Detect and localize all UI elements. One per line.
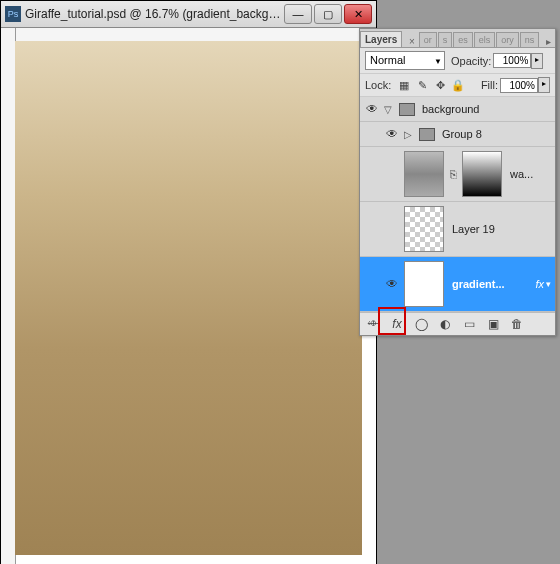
adjustment-layer-icon[interactable]: ◐: [436, 316, 454, 332]
layer-name: Group 8: [442, 128, 482, 140]
folder-icon: [399, 103, 415, 116]
minimize-button[interactable]: —: [284, 4, 312, 24]
close-button[interactable]: ✕: [344, 4, 372, 24]
fx-toggle-icon[interactable]: ▾: [546, 279, 551, 289]
link-mask-icon[interactable]: ⎘: [448, 168, 458, 180]
lock-paint-icon[interactable]: ✎: [415, 78, 429, 92]
canvas[interactable]: [15, 41, 362, 555]
lock-fill-row: Lock: ▦ ✎ ✥ 🔒 Fill: 100% ▸: [360, 74, 555, 97]
layer-item-19[interactable]: 👁 Layer 19: [360, 202, 555, 257]
layers-panel-footer: ⬲ fx ◯ ◐ ▭ ▣ 🗑: [360, 312, 555, 335]
new-group-icon[interactable]: ▭: [460, 316, 478, 332]
layer-name: wa...: [510, 168, 533, 180]
fill-label: Fill:: [481, 79, 498, 91]
opacity-input[interactable]: 100%: [493, 53, 531, 68]
tab-close-icon[interactable]: ×: [405, 36, 419, 47]
document-window: Ps Giraffe_tutorial.psd @ 16.7% (gradien…: [0, 0, 377, 564]
disclosure-icon[interactable]: ▽: [380, 104, 396, 115]
fill-input[interactable]: 100%: [500, 78, 538, 93]
layer-thumbnail[interactable]: [404, 151, 444, 197]
visibility-icon[interactable]: 👁: [364, 102, 380, 116]
layer-name: Layer 19: [452, 223, 495, 235]
opacity-arrow-icon[interactable]: ▸: [531, 53, 543, 69]
tab-other[interactable]: or: [419, 32, 437, 47]
opacity-label: Opacity:: [451, 55, 491, 67]
folder-icon: [419, 128, 435, 141]
fx-button[interactable]: fx: [388, 316, 406, 332]
ruler-horizontal[interactable]: [15, 28, 376, 42]
layer-group[interactable]: 👁 ▷ Group 8: [360, 122, 555, 147]
layer-group-root[interactable]: 👁 ▽ background: [360, 97, 555, 122]
maximize-button[interactable]: ▢: [314, 4, 342, 24]
tab-other[interactable]: ory: [496, 32, 519, 47]
tab-other[interactable]: s: [438, 32, 453, 47]
tab-layers[interactable]: Layers: [360, 31, 402, 47]
new-layer-icon[interactable]: ▣: [484, 316, 502, 332]
layer-list: 👁 ▽ background 👁 ▷ Group 8 👁 ⎘ wa... 👁 L…: [360, 97, 555, 312]
lock-position-icon[interactable]: ✥: [433, 78, 447, 92]
tab-other[interactable]: es: [453, 32, 473, 47]
visibility-icon[interactable]: 👁: [384, 277, 400, 291]
titlebar[interactable]: Ps Giraffe_tutorial.psd @ 16.7% (gradien…: [1, 1, 376, 28]
layer-item-wa[interactable]: 👁 ⎘ wa...: [360, 147, 555, 202]
mask-thumbnail[interactable]: [462, 151, 502, 197]
lock-label: Lock:: [365, 79, 391, 91]
lock-transparency-icon[interactable]: ▦: [397, 78, 411, 92]
visibility-icon[interactable]: 👁: [384, 222, 400, 236]
app-icon: Ps: [5, 6, 21, 22]
panel-tabs: Layers × or s es els ory ns ▸: [360, 29, 555, 48]
layer-thumbnail[interactable]: [404, 261, 444, 307]
layer-thumbnail[interactable]: [404, 206, 444, 252]
add-mask-icon[interactable]: ◯: [412, 316, 430, 332]
window-title: Giraffe_tutorial.psd @ 16.7% (gradient_b…: [25, 7, 282, 21]
ruler-vertical[interactable]: [1, 28, 16, 564]
link-layers-icon[interactable]: ⬲: [364, 316, 382, 332]
layer-name: background: [422, 103, 480, 115]
layers-panel: Layers × or s es els ory ns ▸ Normal Opa…: [359, 28, 556, 336]
visibility-icon[interactable]: 👁: [384, 127, 400, 141]
window-controls: — ▢ ✕: [282, 4, 372, 24]
tab-other[interactable]: ns: [520, 32, 540, 47]
layer-item-gradient[interactable]: 👁 gradient... fx ▾: [360, 257, 555, 312]
tab-other[interactable]: els: [474, 32, 496, 47]
lock-icons: ▦ ✎ ✥ 🔒: [397, 78, 465, 92]
delete-layer-icon[interactable]: 🗑: [508, 316, 526, 332]
visibility-icon[interactable]: 👁: [384, 167, 400, 181]
blend-opacity-row: Normal Opacity: 100% ▸: [360, 48, 555, 74]
fill-arrow-icon[interactable]: ▸: [538, 77, 550, 93]
blend-mode-select[interactable]: Normal: [365, 51, 445, 70]
disclosure-icon[interactable]: ▷: [400, 129, 416, 140]
layer-name: gradient...: [452, 278, 505, 290]
lock-all-icon[interactable]: 🔒: [451, 78, 465, 92]
fx-badge[interactable]: fx: [535, 278, 544, 290]
panel-menu-icon[interactable]: ▸: [542, 36, 555, 47]
